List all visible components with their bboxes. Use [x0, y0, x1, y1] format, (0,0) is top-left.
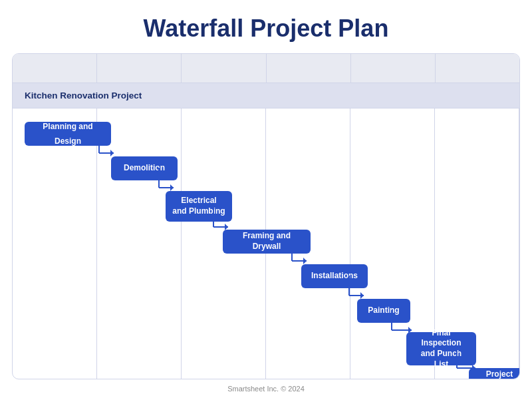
svg-marker-11 [303, 258, 307, 264]
header-row [13, 54, 519, 83]
footer: Smartsheet Inc. © 2024 [0, 379, 532, 393]
header-cell-4 [267, 54, 351, 83]
header-cell-5 [351, 54, 436, 83]
project-label: Kitchen Renovation Project [25, 91, 142, 101]
grid-area: Planning and Design Demolition Electrica… [13, 108, 519, 379]
header-cell-3 [182, 54, 266, 83]
svg-marker-14 [360, 292, 364, 299]
header-cell-1 [13, 54, 97, 83]
chart-container: Kitchen Renovation Project Planning and … [12, 53, 520, 379]
header-cell-6 [436, 54, 519, 83]
task-project-close: Project Close [469, 368, 520, 379]
task-planning-design: Planning and Design [25, 122, 111, 146]
project-label-row: Kitchen Renovation Project [13, 83, 519, 108]
waterfall-boxes: Planning and Design Demolition Electrica… [13, 108, 519, 379]
svg-marker-5 [170, 184, 174, 191]
header-cell-2 [97, 54, 182, 83]
svg-marker-2 [110, 150, 114, 156]
page-title: Waterfall Project Plan [0, 0, 532, 53]
